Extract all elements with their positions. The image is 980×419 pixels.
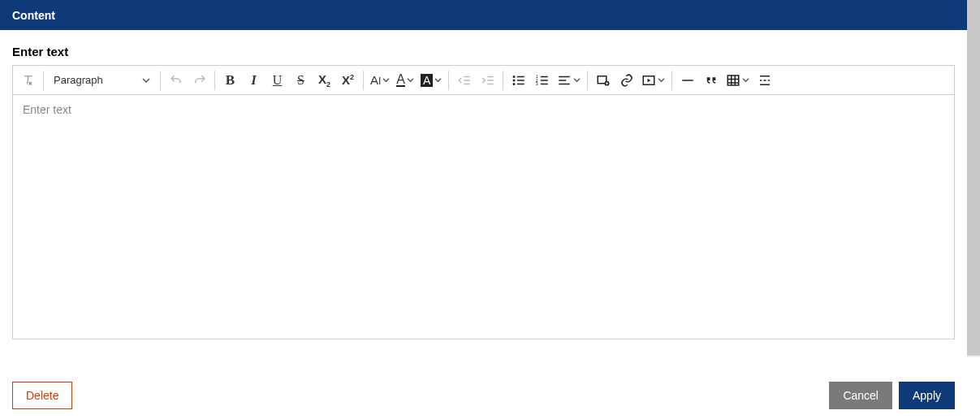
panel-title: Content [12, 9, 55, 22]
undo-icon [169, 73, 183, 88]
image-icon [596, 73, 611, 88]
svg-point-1 [513, 80, 515, 81]
numbered-list-icon: 123 [535, 73, 550, 88]
bold-button[interactable]: B [218, 69, 242, 92]
undo-button[interactable] [164, 69, 188, 92]
text-color-button[interactable]: A [393, 69, 417, 92]
toolbar-separator [160, 71, 161, 90]
rich-text-editor: Paragraph B I [12, 65, 955, 339]
case-button[interactable]: AI [367, 69, 393, 92]
media-icon [641, 73, 656, 88]
outdent-button[interactable] [452, 69, 476, 92]
table-icon [726, 73, 740, 88]
numbered-list-button[interactable]: 123 [530, 69, 554, 92]
horizontal-rule-button[interactable] [676, 69, 699, 92]
horizontal-rule-icon [680, 73, 695, 88]
highlight-button[interactable]: A [417, 69, 445, 92]
svg-point-2 [513, 83, 515, 84]
table-button[interactable] [723, 69, 753, 92]
clear-formatting-icon [21, 73, 36, 88]
superscript-icon: X2 [342, 73, 354, 87]
align-button[interactable] [554, 69, 584, 92]
italic-icon: I [251, 72, 257, 89]
block-format-select[interactable]: Paragraph [47, 69, 157, 92]
redo-icon [192, 73, 207, 88]
panel-header: Content [0, 0, 967, 30]
chevron-down-icon [658, 76, 665, 84]
italic-button[interactable]: I [242, 69, 266, 92]
editor-toolbar: Paragraph B I [13, 66, 954, 95]
toolbar-separator [503, 71, 503, 90]
superscript-button[interactable]: X2 [336, 69, 360, 92]
content-panel: Content Enter text Paragraph [0, 0, 967, 419]
media-button[interactable] [638, 69, 668, 92]
bold-icon: B [226, 72, 235, 89]
chevron-down-icon [742, 76, 749, 84]
toolbar-separator [214, 71, 215, 90]
toolbar-separator [43, 71, 44, 90]
case-icon: AI [370, 73, 381, 87]
insert-image-button[interactable] [591, 69, 615, 92]
redo-button[interactable] [188, 69, 211, 92]
delete-button[interactable]: Delete [12, 382, 72, 409]
apply-button[interactable]: Apply [899, 382, 955, 409]
blockquote-button[interactable] [699, 69, 723, 92]
link-button[interactable] [615, 69, 638, 92]
strikethrough-icon: S [297, 73, 304, 88]
chevron-down-icon [434, 76, 442, 84]
scrollbar-thumb[interactable] [967, 0, 980, 356]
page-break-button[interactable] [753, 69, 776, 92]
align-icon [557, 73, 572, 88]
toolbar-separator [448, 71, 449, 90]
text-color-icon: A [396, 74, 405, 87]
underline-icon: U [273, 73, 283, 88]
subscript-icon: X2 [318, 72, 330, 89]
clear-formatting-button[interactable] [16, 69, 40, 92]
toolbar-separator [671, 71, 672, 90]
editor-textarea[interactable]: Enter text [13, 95, 954, 339]
chevron-down-icon [142, 76, 150, 84]
highlight-icon: A [421, 74, 433, 87]
toolbar-separator [587, 71, 588, 90]
link-icon [620, 73, 634, 88]
svg-point-0 [513, 76, 515, 77]
chevron-down-icon [382, 76, 390, 84]
bullet-list-icon [512, 73, 526, 88]
toolbar-separator [363, 71, 364, 90]
quote-icon [704, 73, 719, 88]
underline-button[interactable]: U [266, 69, 289, 92]
block-format-label: Paragraph [54, 74, 103, 86]
outdent-icon [457, 73, 472, 88]
chevron-down-icon [407, 76, 414, 84]
field-label: Enter text [0, 30, 967, 65]
scrollbar-track[interactable] [967, 0, 980, 357]
indent-icon [481, 73, 495, 88]
strikethrough-button[interactable]: S [289, 69, 313, 92]
svg-rect-8 [728, 76, 740, 85]
chevron-down-icon [573, 76, 581, 84]
editor-placeholder: Enter text [23, 103, 71, 116]
svg-text:3: 3 [536, 81, 538, 86]
page-break-icon [758, 73, 772, 88]
bullet-list-button[interactable] [507, 69, 530, 92]
cancel-button[interactable]: Cancel [829, 382, 892, 409]
subscript-button[interactable]: X2 [313, 69, 336, 92]
indent-button[interactable] [476, 69, 499, 92]
panel-footer: Delete Cancel Apply [0, 372, 967, 419]
